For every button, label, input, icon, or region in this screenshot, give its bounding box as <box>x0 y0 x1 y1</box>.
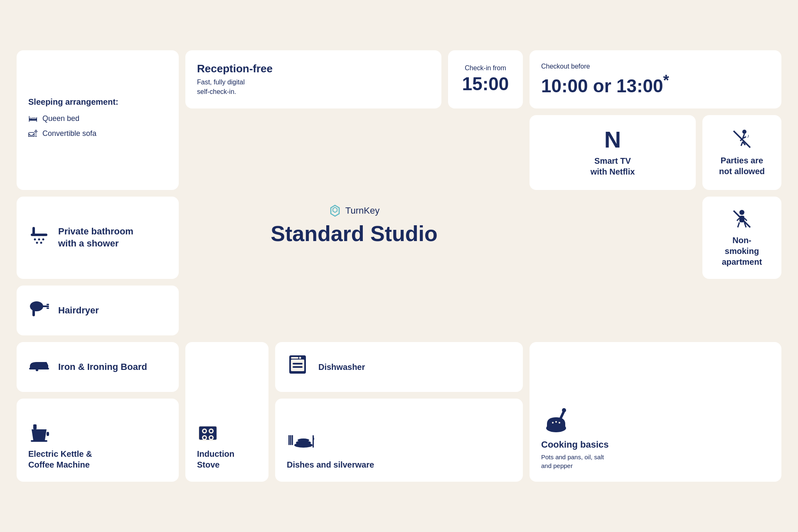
cooking-subtitle: Pots and pans, oil, saltand pepper <box>541 453 770 470</box>
svg-rect-32 <box>199 426 217 440</box>
svg-point-40 <box>203 436 206 439</box>
nosmoking-card: Non-smokingapartment <box>702 197 781 279</box>
svg-rect-28 <box>29 368 49 369</box>
bathroom-text: Private bathroomwith a shower <box>58 226 133 249</box>
svg-rect-25 <box>47 304 49 305</box>
svg-rect-30 <box>47 432 49 436</box>
svg-rect-53 <box>292 435 293 445</box>
checkout-time: 10:00 or 13:00* <box>541 72 770 96</box>
brand-area: TurnKey Standard Studio <box>185 115 523 335</box>
svg-point-2 <box>34 239 36 241</box>
stove-label: InductionStove <box>197 448 257 470</box>
sleeping-card: Sleeping arrangement: 🛏 Queen bed 🛋 Conv… <box>17 50 179 190</box>
svg-point-63 <box>559 422 560 424</box>
svg-rect-26 <box>47 308 49 309</box>
svg-point-62 <box>555 421 557 423</box>
nosmoking-label: Non-smokingapartment <box>722 235 762 267</box>
svg-point-61 <box>552 422 554 424</box>
shower-icon <box>28 224 50 246</box>
sleeping-item-sofa: 🛋 Convertible sofa <box>28 128 167 139</box>
svg-point-6 <box>40 242 42 244</box>
dishes-label: Dishes and silverware <box>287 459 511 470</box>
svg-rect-51 <box>290 435 291 445</box>
hairdryer-card: Hairdryer <box>17 286 179 335</box>
dishes-card: Dishes and silverware <box>275 399 523 482</box>
checkout-label: Checkout before <box>541 63 770 70</box>
netflix-icon: N <box>604 128 621 151</box>
checkin-time: 15:00 <box>462 74 509 94</box>
hairdryer-icon <box>28 297 50 319</box>
no-smoking-icon <box>731 208 753 230</box>
svg-point-5 <box>36 242 38 244</box>
svg-point-4 <box>42 239 44 241</box>
sleeping-item-queen: 🛏 Queen bed <box>28 113 167 124</box>
turnkey-logo-icon <box>329 204 341 217</box>
svg-point-39 <box>210 430 212 432</box>
smarttv-card: N Smart TVwith Netflix <box>530 115 696 190</box>
svg-point-22 <box>30 301 43 311</box>
svg-point-38 <box>203 430 206 432</box>
kettle-card: Electric Kettle &Coffee Machine <box>17 399 179 482</box>
svg-line-20 <box>744 218 747 221</box>
iron-label: Iron & Ironing Board <box>58 361 147 373</box>
stove-card: InductionStove <box>185 342 268 482</box>
svg-point-41 <box>210 436 212 439</box>
brand-name: TurnKey <box>345 205 379 216</box>
svg-point-60 <box>562 408 566 412</box>
reception-card: Reception-free Fast, fully digitalself-c… <box>185 50 441 108</box>
reception-title: Reception-free <box>197 62 430 75</box>
parties-label: Parties are not allowed <box>714 155 770 177</box>
no-party-icon: ♪ <box>731 128 753 150</box>
dishwasher-label: Dishwasher <box>318 362 365 372</box>
svg-rect-23 <box>32 309 35 316</box>
svg-rect-31 <box>31 440 47 442</box>
iron-card: Iron & Ironing Board <box>17 342 179 392</box>
kettle-label: Electric Kettle &Coffee Machine <box>28 448 167 470</box>
cooking-icon <box>541 404 770 434</box>
dishwasher-card: Dishwasher <box>275 342 523 392</box>
kettle-icon <box>28 422 167 443</box>
svg-point-56 <box>298 438 309 442</box>
svg-point-45 <box>299 357 301 359</box>
sleeping-queen-label: Queen bed <box>42 114 79 123</box>
brand-logo: TurnKey <box>329 204 379 217</box>
svg-rect-29 <box>33 424 37 429</box>
svg-line-17 <box>738 222 739 227</box>
sleeping-title: Sleeping arrangement: <box>28 97 167 107</box>
svg-rect-44 <box>291 357 298 359</box>
iron-icon <box>28 354 50 375</box>
svg-rect-49 <box>288 435 290 438</box>
svg-rect-1 <box>31 234 47 236</box>
smarttv-label: Smart TVwith Netflix <box>591 155 635 177</box>
hairdryer-label: Hairdryer <box>58 305 99 317</box>
main-grid: Sleeping arrangement: 🛏 Queen bed 🛋 Conv… <box>17 50 781 482</box>
reception-subtitle: Fast, fully digitalself-check-in. <box>197 78 430 96</box>
svg-text:♪: ♪ <box>747 133 749 139</box>
svg-point-15 <box>739 210 744 215</box>
svg-line-19 <box>737 218 739 221</box>
svg-rect-24 <box>42 305 49 307</box>
svg-rect-43 <box>291 360 304 371</box>
dishes-icon <box>287 433 511 454</box>
svg-rect-46 <box>293 363 303 365</box>
cooking-title: Cooking basics <box>541 439 770 451</box>
sofa-icon: 🛋 <box>28 128 37 139</box>
cooking-card: Cooking basics Pots and pans, oil, salta… <box>530 342 781 482</box>
sleeping-sofa-label: Convertible sofa <box>42 129 96 138</box>
checkin-label: Check-in from <box>465 64 506 72</box>
stove-icon <box>197 422 257 443</box>
bathroom-card: Private bathroomwith a shower <box>17 197 179 279</box>
parties-card: ♪ Parties are not allowed <box>702 115 781 190</box>
svg-point-7 <box>742 130 746 134</box>
dishwasher-icon <box>287 354 308 375</box>
bed-icon: 🛏 <box>28 113 37 124</box>
brand-title: Standard Studio <box>271 221 438 246</box>
svg-point-3 <box>38 239 40 241</box>
checkout-card: Checkout before 10:00 or 13:00* <box>530 50 781 108</box>
svg-rect-47 <box>293 366 303 368</box>
checkin-card: Check-in from 15:00 <box>448 50 523 108</box>
